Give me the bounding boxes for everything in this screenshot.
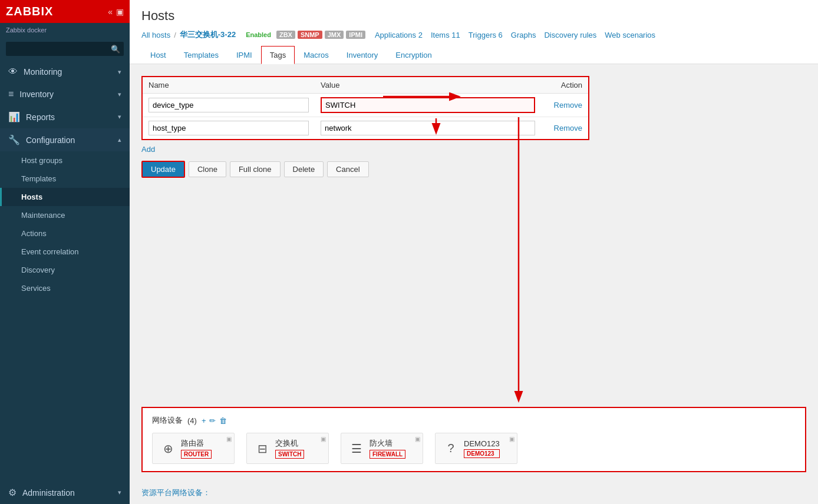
nav-link-triggers[interactable]: Triggers 6 (469, 31, 503, 39)
search-input[interactable] (6, 42, 124, 56)
page-title: Hosts (141, 8, 806, 24)
clone-button[interactable]: Clone (189, 161, 226, 177)
main-content: Hosts All hosts / 华三交换机-3-22 Enabled ZBX… (130, 0, 818, 504)
sidebar-sub-actions[interactable]: Actions (0, 224, 130, 243)
tag-value-input-1[interactable] (321, 121, 535, 135)
nav-link-items[interactable]: Items 11 (431, 31, 460, 39)
demo-corner-icon: ▣ (509, 436, 514, 442)
switch-name: 交换机 (275, 438, 304, 449)
remove-tag-0[interactable]: Remove (554, 101, 582, 110)
tab-tags[interactable]: Tags (261, 46, 295, 64)
tab-host[interactable]: Host (141, 46, 175, 64)
sidebar-sub-services[interactable]: Services (0, 279, 130, 297)
sidebar-subtitle: Zabbix docker (0, 23, 130, 37)
sidebar-item-label: Reports (26, 112, 55, 122)
sub-item-label: Services (21, 284, 51, 293)
bottom-devices-section: 网络设备 (4) + ✏ 🗑 ⊕ 路由器 ROUTER ▣ ⊟ (141, 407, 806, 472)
tag-name-input-0[interactable] (149, 98, 309, 112)
switch-info: 交换机 SWITCH (275, 438, 304, 459)
expand-icon[interactable]: ▣ (116, 7, 124, 16)
sidebar-item-reports[interactable]: 📊 Reports ▾ (0, 105, 130, 128)
breadcrumb-current-host: 华三交换机-3-22 (180, 29, 236, 40)
sidebar-header-icons: « ▣ (108, 7, 124, 16)
form-actions: Update Clone Full clone Delete Cancel (141, 161, 806, 178)
sidebar-item-inventory[interactable]: ≡ Inventory ▾ (0, 83, 130, 105)
add-device-icon[interactable]: + (202, 416, 206, 425)
device-card-demo123: ? DEMO123 DEMO123 ▣ (435, 433, 517, 464)
sub-item-label: Discovery (21, 266, 55, 274)
sidebar-sub-hosts[interactable]: Hosts (0, 188, 130, 206)
sidebar-item-administration[interactable]: ⚙ Administration ▾ (0, 481, 130, 504)
remove-tag-1[interactable]: Remove (554, 124, 582, 132)
tag-value-cell (315, 117, 541, 140)
delete-button[interactable]: Delete (284, 161, 324, 177)
tag-value-cell (315, 94, 541, 117)
configuration-icon: 🔧 (8, 134, 20, 145)
sidebar-sub-event-correlation[interactable]: Event correlation (0, 243, 130, 261)
sidebar: ZABBIX « ▣ Zabbix docker 🔍 👁 Monitoring … (0, 0, 130, 504)
inventory-icon: ≡ (8, 89, 14, 100)
content-area: Name Value Action Remove (130, 64, 818, 407)
firewall-info: 防火墙 FIREWALL (370, 438, 405, 459)
reports-icon: 📊 (8, 111, 20, 122)
nav-link-applications[interactable]: Applications 2 (375, 31, 423, 39)
bottom-header: 网络设备 (4) + ✏ 🗑 (152, 415, 796, 426)
cancel-button[interactable]: Cancel (327, 161, 368, 177)
tag-value-input-0[interactable] (321, 97, 535, 113)
firewall-name: 防火墙 (370, 438, 405, 449)
full-clone-button[interactable]: Full clone (230, 161, 281, 177)
tab-macros[interactable]: Macros (295, 46, 338, 64)
sidebar-item-configuration[interactable]: 🔧 Configuration ▴ (0, 128, 130, 151)
tags-table: Name Value Action Remove (141, 76, 589, 140)
tag-name-input-1[interactable] (149, 121, 309, 135)
sub-item-label: Hosts (21, 193, 42, 201)
sidebar-sub-maintenance[interactable]: Maintenance (0, 206, 130, 224)
switch-corner-icon: ▣ (321, 436, 326, 442)
sub-item-label: Event correlation (21, 247, 79, 256)
router-info: 路由器 ROUTER (181, 438, 212, 459)
tab-ipmi[interactable]: IPMI (227, 46, 261, 64)
breadcrumb: All hosts / 华三交换机-3-22 Enabled ZBX SNMP … (141, 29, 806, 40)
footer-label: 资源平台网络设备： (130, 484, 818, 504)
chevron-down-icon: ▾ (118, 113, 121, 121)
status-enabled-badge: Enabled (243, 31, 274, 39)
breadcrumb-all-hosts[interactable]: All hosts (141, 31, 170, 39)
delete-device-icon[interactable]: 🗑 (219, 416, 227, 425)
update-button[interactable]: Update (141, 161, 185, 178)
firewall-badge: FIREWALL (370, 450, 405, 459)
device-card-router: ⊕ 路由器 ROUTER ▣ (152, 433, 235, 464)
nav-link-graphs[interactable]: Graphs (511, 31, 536, 39)
device-card-switch: ⊟ 交换机 SWITCH ▣ (246, 433, 329, 464)
chevron-down-icon: ▾ (118, 489, 121, 496)
add-tag-link[interactable]: Add (141, 145, 155, 154)
sub-item-label: Templates (21, 174, 56, 183)
sidebar-item-label: Configuration (26, 135, 75, 145)
tab-inventory[interactable]: Inventory (338, 46, 387, 64)
edit-device-icon[interactable]: ✏ (209, 416, 216, 425)
tab-encryption[interactable]: Encryption (387, 46, 440, 64)
ipmi-badge: IPMI (346, 31, 365, 39)
zbx-badge: ZBX (276, 31, 295, 39)
table-row: Remove (142, 117, 589, 140)
router-badge: ROUTER (181, 450, 212, 459)
search-icon: 🔍 (111, 45, 120, 54)
sidebar-search: 🔍 (6, 42, 124, 56)
tag-name-cell (142, 94, 315, 117)
nav-link-web-scenarios[interactable]: Web scenarios (605, 31, 655, 39)
sub-item-label: Actions (21, 229, 47, 238)
host-tabs: Host Templates IPMI Tags Macros Inventor… (141, 46, 806, 64)
sidebar-sub-templates[interactable]: Templates (0, 170, 130, 188)
tab-templates[interactable]: Templates (175, 46, 227, 64)
sidebar-sub-host-groups[interactable]: Host groups (0, 151, 130, 170)
table-row: Remove (142, 94, 589, 117)
collapse-icon[interactable]: « (108, 7, 113, 16)
demo-info: DEMO123 DEMO123 (464, 439, 500, 458)
nav-link-discovery-rules[interactable]: Discovery rules (544, 31, 596, 39)
sidebar-sub-discovery[interactable]: Discovery (0, 261, 130, 279)
page-header: Hosts All hosts / 华三交换机-3-22 Enabled ZBX… (130, 0, 818, 64)
firewall-icon: ☰ (349, 442, 364, 456)
router-name: 路由器 (181, 438, 212, 449)
sidebar-item-monitoring[interactable]: 👁 Monitoring ▾ (0, 61, 130, 83)
administration-icon: ⚙ (8, 487, 17, 498)
device-card-firewall: ☰ 防火墙 FIREWALL ▣ (341, 433, 423, 464)
